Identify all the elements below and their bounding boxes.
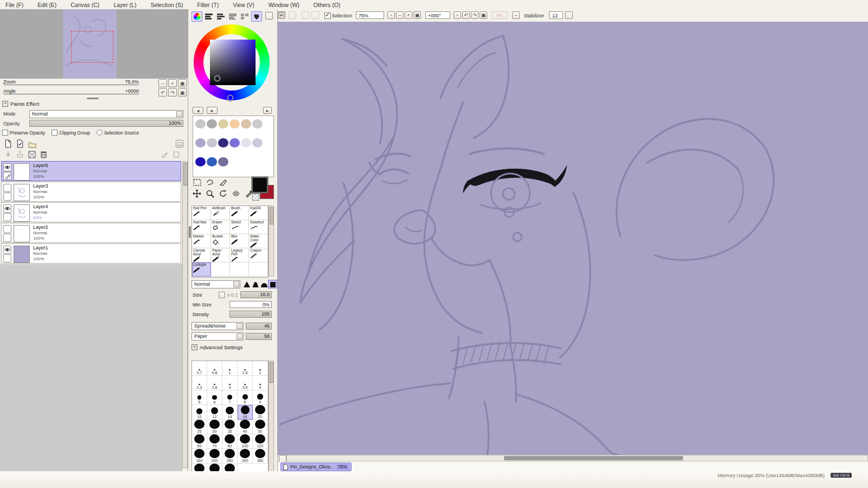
layer-mode-dropdown[interactable]: Normal xyxy=(29,110,183,118)
layer-visibility-toggle[interactable] xyxy=(3,204,11,213)
swatch[interactable] xyxy=(207,119,217,129)
swatch[interactable] xyxy=(218,138,228,147)
marquee-tool-icon[interactable] xyxy=(193,178,202,187)
brush-size-slider[interactable]: 16.0 xyxy=(240,291,272,298)
density-slider[interactable]: 100 xyxy=(229,311,272,318)
menu-item-selection[interactable]: Selection (S) xyxy=(150,2,183,8)
mixer-tab[interactable] xyxy=(227,11,238,22)
flip-button[interactable]: − xyxy=(512,11,520,19)
brush-bucket[interactable]: Bucket xyxy=(211,234,230,248)
brush-size-200[interactable]: 200 xyxy=(207,449,222,464)
angle-fit-button[interactable]: ▣ xyxy=(480,11,487,19)
brush-size-3[interactable]: 3 xyxy=(222,376,238,390)
tip-shape-triangle[interactable] xyxy=(242,280,251,288)
brush-size-60[interactable]: 60 xyxy=(192,434,207,449)
selpen-tool-icon[interactable] xyxy=(219,178,228,187)
sv-marker[interactable] xyxy=(214,75,220,81)
brush-size-160[interactable]: 160 xyxy=(192,449,207,464)
navigator-view-rect[interactable] xyxy=(71,31,113,63)
brush-kadoil[interactable]: KadOil xyxy=(249,206,268,220)
brush-size-0-7[interactable]: 0.7 xyxy=(192,361,207,376)
zoom-value-input[interactable]: 75% xyxy=(356,11,384,19)
color-panel-option-button[interactable] xyxy=(265,12,273,20)
brush-size-100[interactable]: 100 xyxy=(238,434,253,449)
nav-angle-reset-button[interactable]: ▣ xyxy=(178,88,187,97)
brush-size-120[interactable]: 120 xyxy=(253,434,268,449)
brush-blend-dropdown[interactable]: Normal xyxy=(192,280,240,288)
brush-size-40[interactable]: 40 xyxy=(238,420,253,434)
rotate-tool-icon[interactable] xyxy=(219,189,228,198)
menu-item-canvas[interactable]: Canvas (C) xyxy=(71,2,99,8)
canvas-hscrollbar-thumb[interactable] xyxy=(504,456,683,460)
brush-size-350[interactable]: 350 xyxy=(253,449,268,464)
brush-size-4[interactable]: 4 xyxy=(253,376,268,390)
canvas-corner-button[interactable] xyxy=(279,455,286,463)
size-grid-scrollbar[interactable] xyxy=(269,361,274,479)
layer-option-1[interactable]: Clipping Group xyxy=(52,130,90,136)
brush-luckype[interactable]: Luckype xyxy=(192,262,211,277)
clear-layer-button[interactable] xyxy=(28,151,36,160)
size-scrollbar-thumb[interactable] xyxy=(270,362,274,383)
menu-item-view[interactable]: View (V) xyxy=(233,2,254,8)
layer-edit-indicator[interactable] xyxy=(3,213,11,221)
brush-size-0-8[interactable]: 0.8 xyxy=(207,361,222,376)
swatch[interactable] xyxy=(195,157,206,166)
brush-size-10[interactable]: 10 xyxy=(192,405,207,420)
zoom-slider[interactable] xyxy=(3,85,139,85)
new-layer-button[interactable] xyxy=(4,139,12,150)
transparent-color-well[interactable] xyxy=(252,194,259,201)
paints-effect-header[interactable]: + Paints Effect xyxy=(2,101,39,107)
brush-size-20[interactable]: 20 xyxy=(253,405,268,420)
nav-rotate-cw-button[interactable]: ↷ xyxy=(168,88,177,97)
texture2-slider[interactable]: 58 xyxy=(246,333,272,340)
swatch[interactable] xyxy=(241,138,251,147)
brush-brush[interactable]: Brush xyxy=(230,206,249,220)
brush-water-color[interactable]: Water Color xyxy=(249,234,268,248)
brush-size-250[interactable]: 250 xyxy=(222,449,238,464)
stabilizer-options-button[interactable] xyxy=(565,11,573,19)
brush-size-2[interactable]: 2 xyxy=(253,361,268,376)
swatch[interactable] xyxy=(195,119,206,129)
delete-layer-button[interactable] xyxy=(40,150,47,160)
layer-row-layer4[interactable]: Layer4Normal24% xyxy=(1,202,181,222)
layer-edit-indicator[interactable] xyxy=(3,234,11,242)
brush-size-70[interactable]: 70 xyxy=(207,434,222,449)
panel-resize-handle[interactable] xyxy=(87,98,99,99)
nav-rotate-ccw-button[interactable]: ↶ xyxy=(158,88,167,97)
layer-visibility-toggle[interactable] xyxy=(3,246,11,254)
brush-size-12[interactable]: 12 xyxy=(207,405,222,420)
menu-item-layer[interactable]: Layer (L) xyxy=(113,2,136,8)
brush-size-80[interactable]: 80 xyxy=(222,434,238,449)
rotate-cw-button[interactable]: ↷ xyxy=(471,11,478,19)
layer-visibility-toggle[interactable] xyxy=(3,184,11,192)
hue-marker[interactable] xyxy=(227,95,233,101)
brush-list-scrollbar[interactable] xyxy=(269,206,274,277)
layer-visibility-toggle[interactable] xyxy=(3,225,11,233)
brush-size-3-5[interactable]: 3.5 xyxy=(238,376,253,390)
brush-marker[interactable]: Marker xyxy=(192,234,211,248)
brush-kad-pen[interactable]: Kad Pen xyxy=(192,206,211,220)
layer-row-layer2[interactable]: Layer2Normal100% xyxy=(1,223,181,243)
move-tool-icon[interactable] xyxy=(193,189,202,198)
brush-size-6[interactable]: 6 xyxy=(207,390,222,405)
checkbox-icon[interactable] xyxy=(52,130,58,136)
texture2-dropdown[interactable]: Paper xyxy=(192,332,244,341)
brush-size-8[interactable]: 8 xyxy=(238,390,253,405)
layer-edit-indicator[interactable] xyxy=(3,254,11,262)
nav-zoom-reset-button[interactable]: ▣ xyxy=(178,79,187,87)
swatch[interactable] xyxy=(195,138,206,147)
color-wheel-tab[interactable] xyxy=(192,11,202,22)
pen-mode-button[interactable]: ↵ xyxy=(278,11,285,19)
angle-value-input[interactable]: +000° xyxy=(425,11,450,19)
brush-size-7[interactable]: 7 xyxy=(222,390,238,405)
swatch-prev-button[interactable]: ◂ xyxy=(193,107,203,114)
panel-drag-handle[interactable] xyxy=(189,226,191,238)
angle-reset-button[interactable]: ▫ xyxy=(454,11,461,19)
selection-checkbox[interactable] xyxy=(324,12,331,19)
hsv-sliders-tab[interactable] xyxy=(215,11,226,22)
swatch[interactable] xyxy=(252,119,263,129)
menu-item-window[interactable]: Window (W) xyxy=(269,2,299,8)
layer-edit-indicator[interactable] xyxy=(3,172,11,180)
nav-zoom-in-button[interactable]: + xyxy=(168,79,177,87)
brush-size-5[interactable]: 5 xyxy=(192,390,207,405)
